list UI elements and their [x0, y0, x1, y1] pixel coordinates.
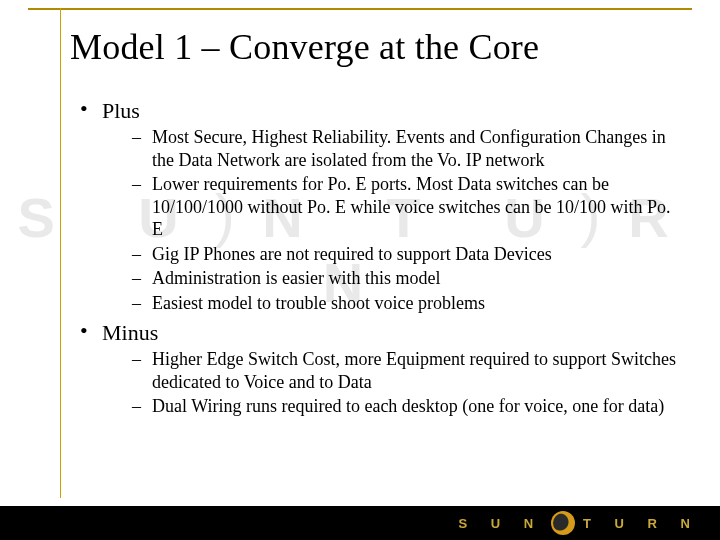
brand-logo: S U N T U R N: [458, 511, 700, 535]
list-item: Gig IP Phones are not required to suppor…: [132, 243, 680, 266]
left-rule: [60, 8, 61, 498]
brand-text-right: T U R N: [583, 516, 700, 531]
moon-icon: [553, 513, 573, 533]
brand-text-left: S U N: [458, 516, 543, 531]
section-plus: Plus Most Secure, Highest Reliability. E…: [80, 98, 680, 314]
list-item: Lower requirements for Po. E ports. Most…: [132, 173, 680, 241]
list-item: Most Secure, Highest Reliability. Events…: [132, 126, 680, 171]
list-item: Administration is easier with this model: [132, 267, 680, 290]
list-item: Easiest model to trouble shoot voice pro…: [132, 292, 680, 315]
list-item: Dual Wiring runs required to each deskto…: [132, 395, 680, 418]
top-rule: [28, 8, 692, 10]
section-label: Plus: [102, 98, 140, 123]
section-minus: Minus Higher Edge Switch Cost, more Equi…: [80, 320, 680, 418]
sub-list: Most Secure, Highest Reliability. Events…: [132, 126, 680, 314]
sun-icon: [551, 511, 575, 535]
footer-bar: S U N T U R N: [0, 506, 720, 540]
slide-title: Model 1 – Converge at the Core: [70, 26, 690, 68]
section-label: Minus: [102, 320, 158, 345]
sub-list: Higher Edge Switch Cost, more Equipment …: [132, 348, 680, 418]
slide: S U N T U R N Model 1 – Converge at the …: [0, 0, 720, 540]
bullet-list: Plus Most Secure, Highest Reliability. E…: [80, 98, 680, 418]
list-item: Higher Edge Switch Cost, more Equipment …: [132, 348, 680, 393]
slide-body: Plus Most Secure, Highest Reliability. E…: [70, 92, 680, 480]
